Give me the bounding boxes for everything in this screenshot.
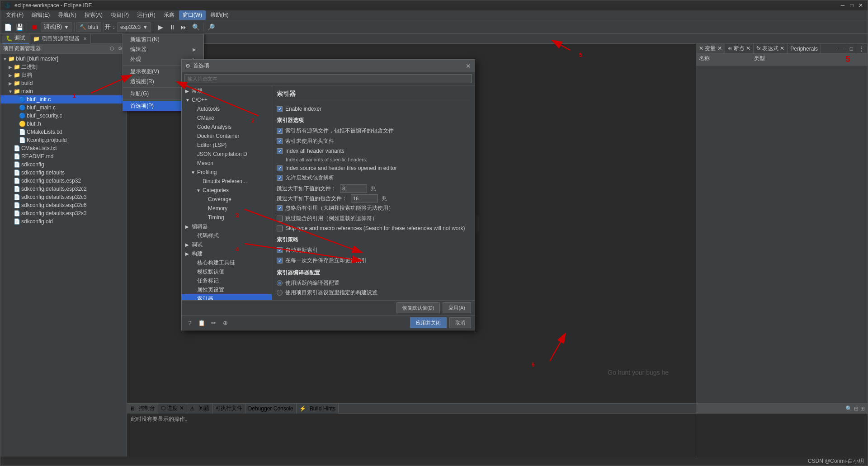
ignore-label2: 跳过隐含的引用（例如重载的运算符）: [285, 215, 377, 222]
skip-pkg-row: 跳过大于如下值的包含文件： 兆: [277, 194, 470, 202]
tree-autotools[interactable]: Autotools: [182, 104, 272, 113]
help-icon[interactable]: ?: [185, 318, 194, 327]
tree-general[interactable]: ▶ 常规: [182, 86, 272, 95]
tree-json[interactable]: JSON Compilation D: [182, 150, 272, 159]
apply-close-button[interactable]: 应用并关闭: [410, 317, 447, 328]
tree-meson[interactable]: Meson: [182, 159, 272, 168]
ignore-checkbox2[interactable]: [277, 216, 283, 221]
arrow-icon: ▶: [185, 251, 191, 256]
indexer-settings-panel: 索引器 Enable indexer 索引器选项 索引所有源码文件，包括不被编译…: [272, 85, 475, 300]
tree-profiling[interactable]: ▼ Profiling: [182, 168, 272, 177]
more-option2-checkbox[interactable]: [277, 175, 283, 181]
memory-label: Memory: [208, 205, 227, 212]
dialog-action-buttons: 恢复默认值(D) 应用(A): [182, 300, 475, 315]
code-style-label: 代码样式: [197, 232, 219, 240]
radio2[interactable]: [277, 290, 283, 296]
skip-pkg-input[interactable]: [351, 194, 378, 202]
cpp-label: C/C++: [192, 97, 208, 103]
indexer-label: 索引器: [197, 295, 213, 301]
radio-row1: 使用活跃的编译器配置: [277, 279, 470, 287]
general-label: 常规: [192, 87, 203, 95]
strategy-row2: 在每一次文件保存后立即更新索引: [277, 257, 470, 264]
skip-large-input[interactable]: [340, 184, 367, 193]
autotools-label: Autotools: [197, 106, 220, 112]
tree-build[interactable]: ▶ 构建: [182, 249, 272, 258]
dialog-filter: document.querySelector('.dialog-filter-i…: [182, 72, 475, 85]
option2-label: 索引未使用的头文件: [285, 137, 334, 145]
ignore-checkbox1[interactable]: [277, 205, 283, 211]
arrow-icon: ▼: [191, 170, 196, 175]
option1-checkbox[interactable]: [277, 128, 283, 134]
more-option2-label: 允许启发式包含解析: [285, 174, 334, 182]
code-analysis-label: Code Analysis: [197, 124, 231, 130]
tree-task-tags[interactable]: 任务标记: [182, 276, 272, 285]
tree-indexer[interactable]: 索引器: [182, 294, 272, 300]
props-label: 属性页设置: [197, 286, 224, 294]
indexer-title: 索引器: [277, 90, 470, 101]
tree-editor-lsp[interactable]: Editor (LSP): [182, 141, 272, 150]
option3-label: Index all header variants: [285, 148, 344, 154]
compiler-config-title: 索引器编译器配置: [277, 269, 470, 277]
docker-label: Docker Container: [197, 133, 239, 139]
tree-cmake[interactable]: CMake: [182, 113, 272, 122]
tree-categories[interactable]: ▼ Categories: [182, 186, 272, 195]
skip-large-unit: 兆: [371, 185, 376, 193]
export-icon[interactable]: 📋: [197, 318, 206, 327]
strategy-checkbox1[interactable]: [277, 247, 283, 253]
tree-cpp[interactable]: ▼ C/C++: [182, 95, 272, 104]
timing-label: Timing: [208, 214, 224, 221]
edit-icon[interactable]: ✏: [209, 318, 218, 327]
apply-button[interactable]: 应用(A): [443, 302, 471, 313]
task-tags-label: 任务标记: [197, 277, 219, 285]
tree-docker[interactable]: Docker Container: [182, 132, 272, 141]
categories-label: Categories: [203, 187, 229, 193]
indexer-options-title: 索引器选项: [277, 117, 470, 124]
editor-label: 编辑器: [192, 223, 208, 231]
core-build-label: 核心构建工具链: [197, 259, 235, 267]
radio2-label: 使用项目索引器设置里指定的构建设置: [285, 289, 377, 297]
profiling-label: Profiling: [197, 169, 217, 175]
radio1[interactable]: [277, 280, 283, 286]
tree-props[interactable]: 属性页设置: [182, 285, 272, 294]
enable-indexer-checkbox[interactable]: [277, 106, 283, 112]
tree-coverage[interactable]: Coverage: [182, 195, 272, 204]
option2-checkbox[interactable]: [277, 138, 283, 144]
tree-memory[interactable]: Memory: [182, 204, 272, 213]
add-icon[interactable]: ⊕: [221, 318, 230, 327]
restore-defaults-button[interactable]: 恢复默认值(D): [396, 302, 440, 313]
ignore-checkbox3[interactable]: [277, 226, 283, 231]
arrow-icon: ▼: [185, 98, 191, 103]
skip-large-label: 跳过大于如下值的文件：: [277, 185, 336, 193]
radio1-label: 使用活跃的编译器配置: [285, 279, 340, 287]
tree-core-build[interactable]: 核心构建工具链: [182, 258, 272, 267]
arrow-icon: ▼: [196, 188, 202, 193]
arrow-icon: ▶: [185, 224, 191, 229]
more-option2-row: 允许启发式包含解析: [277, 174, 470, 182]
build-tree-label: 构建: [192, 250, 203, 258]
option3-checkbox[interactable]: [277, 148, 283, 154]
tree-binutils[interactable]: Binutils Preferen...: [182, 177, 272, 186]
json-label: JSON Compilation D: [197, 151, 247, 157]
dialog-content: ▶ 常规 ▼ C/C++ Autotools CMake: [182, 85, 475, 300]
dialog-close-button[interactable]: ✕: [466, 62, 471, 70]
dialog-footer: ? 📋 ✏ ⊕ 应用并关闭 取消: [182, 315, 475, 330]
tree-timing[interactable]: Timing: [182, 213, 272, 222]
tree-editor[interactable]: ▶ 编辑器: [182, 222, 272, 231]
strategy-label2: 在每一次文件保存后立即更新索引: [285, 257, 367, 264]
strategy-checkbox2[interactable]: [277, 258, 283, 264]
more-option1-checkbox[interactable]: [277, 165, 283, 171]
debug-tree-label: 调试: [192, 241, 203, 249]
tree-template[interactable]: 模板默认值: [182, 267, 272, 276]
enable-indexer-label: Enable indexer: [285, 106, 321, 112]
tree-code-analysis[interactable]: Code Analysis: [182, 122, 272, 132]
editor-lsp-label: Editor (LSP): [197, 142, 226, 148]
ignore-row1: 忽略所有引用（大纲和搜索功能将无法使用）: [277, 204, 470, 212]
preferences-filter-input[interactable]: [184, 74, 472, 83]
skip-large-row: 跳过大于如下值的文件： 兆: [277, 184, 470, 193]
ignore-row3: Skip type and macro references (Search f…: [277, 225, 470, 231]
dialog-title-area: ⚙ 首选项: [185, 62, 209, 70]
tree-debug[interactable]: ▶ 调试: [182, 240, 272, 249]
cancel-button[interactable]: 取消: [449, 317, 471, 328]
preferences-dialog-overlay: ⚙ 首选项 ✕ document.querySelector('.dialog-…: [0, 0, 868, 466]
tree-code-style[interactable]: 代码样式: [182, 231, 272, 240]
